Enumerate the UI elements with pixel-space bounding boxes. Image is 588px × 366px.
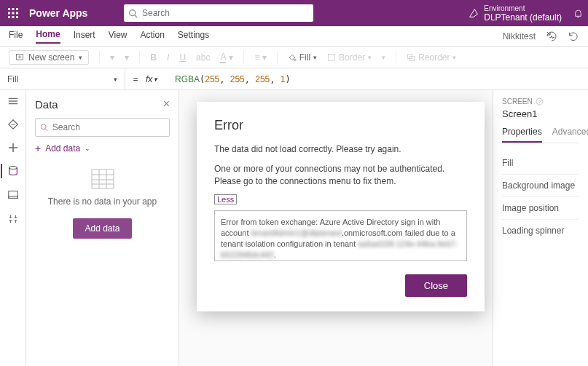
help-icon[interactable]: ? (536, 98, 544, 106)
environment-label: Environment (484, 4, 562, 13)
left-rail (0, 90, 26, 366)
equals-label: = (125, 74, 146, 84)
prop-loading-spinner[interactable]: Loading spinner (502, 220, 579, 242)
error-dialog: Error The data did not load correctly. P… (197, 102, 485, 311)
svg-rect-1 (12, 8, 15, 10)
font-picker: ▾ (110, 52, 114, 63)
error-details-box[interactable]: Error from token exchange: Azure Active … (214, 210, 467, 261)
properties-panel: SCREEN ? Screen1 Properties Advanced Fil… (493, 90, 588, 366)
tab-view[interactable]: View (109, 30, 128, 43)
property-selector[interactable]: Fill ▾ (0, 68, 125, 90)
fx-button[interactable]: fx▾ (146, 74, 175, 84)
data-empty-state: There is no data in your app Add data (35, 169, 170, 239)
data-search-input[interactable] (52, 122, 165, 132)
rail-data-icon[interactable] (7, 165, 19, 179)
redacted-account: tenantAdmin1@dlptenant (251, 228, 342, 237)
search-icon (128, 9, 138, 18)
global-search-input[interactable] (142, 8, 309, 18)
inspector-tabs: Properties Advanced (502, 127, 579, 143)
notifications-icon[interactable] (568, 0, 588, 26)
tab-advanced[interactable]: Advanced (552, 127, 588, 143)
font-size: ▾ (125, 52, 129, 63)
prop-background-image[interactable]: Background image (502, 175, 579, 197)
svg-rect-2 (16, 8, 18, 10)
new-screen-icon (15, 53, 24, 62)
rail-media-icon[interactable] (7, 189, 19, 203)
ribbon-toolbar: New screen ▾ ▾ ▾ B I U abc A ▾ ≡ ▾ Fill … (0, 47, 588, 68)
formula-bar: Fill ▾ = fx▾ RGBA(255, 255, 255, 1) (0, 68, 588, 90)
app-brand: Power Apps (29, 7, 117, 19)
align-button: ≡ ▾ (254, 52, 266, 63)
prop-image-position[interactable]: Image position (502, 197, 579, 220)
chevron-down-icon: ▾ (79, 54, 82, 61)
svg-rect-14 (329, 54, 335, 60)
svg-point-9 (130, 9, 136, 15)
app-topbar: Power Apps Environment DLPTenant (defaul… (0, 0, 588, 26)
tab-insert[interactable]: Insert (74, 30, 95, 43)
add-data-button[interactable]: Add data (73, 218, 131, 239)
environment-name: DLPTenant (default) (484, 13, 562, 22)
rail-tools-icon[interactable] (7, 213, 19, 227)
table-icon (91, 169, 114, 189)
environment-icon (468, 7, 479, 19)
environment-picker[interactable]: Environment DLPTenant (default) (468, 4, 568, 22)
data-panel: Data × + Add data ⌄ There is no data in … (26, 90, 179, 366)
close-icon[interactable]: × (163, 98, 170, 111)
tab-home[interactable]: Home (36, 29, 60, 44)
inspector-object-name: Screen1 (502, 108, 579, 119)
user-name[interactable]: Nikkitest (503, 31, 536, 41)
svg-text:?: ? (538, 99, 541, 104)
border-button: Border ▾ (327, 52, 372, 63)
chevron-down-icon: ▾ (114, 76, 117, 83)
rail-insert-icon[interactable] (7, 119, 19, 132)
chevron-down-icon: ⌄ (85, 145, 90, 152)
formula-input[interactable]: RGBA(255, 255, 255, 1) (175, 74, 291, 84)
reorder-icon (407, 53, 415, 62)
svg-rect-7 (12, 16, 15, 18)
svg-line-26 (45, 129, 47, 131)
data-panel-title: Data (35, 98, 58, 111)
new-screen-button[interactable]: New screen ▾ (9, 50, 89, 65)
svg-line-10 (135, 15, 137, 17)
add-data-link[interactable]: + Add data ⌄ (35, 143, 170, 154)
health-check-icon[interactable] (546, 31, 557, 42)
prop-fill[interactable]: Fill (502, 152, 579, 175)
strike-button: abc (196, 52, 210, 63)
bold-button: B (150, 52, 157, 63)
rail-tree-view-icon[interactable] (7, 96, 19, 108)
ribbon-tabs: File Home Insert View Action Settings Ni… (0, 26, 588, 47)
svg-point-25 (41, 124, 46, 130)
fill-icon (288, 53, 297, 62)
svg-rect-24 (8, 196, 17, 199)
data-search[interactable] (35, 118, 170, 137)
global-search[interactable] (124, 4, 313, 22)
border-icon (327, 53, 336, 62)
svg-rect-5 (16, 12, 18, 15)
dialog-message-1: The data did not load correctly. Please … (214, 143, 467, 156)
close-button[interactable]: Close (405, 274, 467, 297)
data-empty-message: There is no data in your app (35, 196, 170, 207)
reorder-button: Reorder ▾ (407, 52, 456, 63)
svg-rect-8 (16, 16, 18, 18)
inspector-section-label: SCREEN ? (502, 98, 579, 106)
undo-icon[interactable] (568, 31, 579, 42)
tab-settings[interactable]: Settings (178, 30, 209, 43)
underline-button: U (179, 52, 186, 63)
app-launcher-icon[interactable] (0, 0, 26, 26)
toggle-details-link[interactable]: Less (214, 194, 237, 204)
svg-rect-4 (12, 12, 15, 15)
svg-rect-0 (8, 8, 10, 10)
svg-rect-27 (92, 170, 114, 188)
search-icon (40, 123, 48, 132)
dialog-message-2: One or more of your connections may not … (214, 163, 467, 188)
italic-button: I (167, 52, 169, 63)
tab-file[interactable]: File (9, 30, 23, 43)
rail-add-icon[interactable] (8, 143, 18, 155)
svg-rect-6 (8, 16, 10, 18)
svg-rect-3 (8, 12, 10, 15)
tab-properties[interactable]: Properties (502, 127, 542, 143)
fill-button[interactable]: Fill ▾ (288, 52, 317, 63)
svg-rect-23 (8, 191, 17, 199)
dialog-title: Error (214, 118, 467, 133)
tab-action[interactable]: Action (141, 30, 165, 43)
